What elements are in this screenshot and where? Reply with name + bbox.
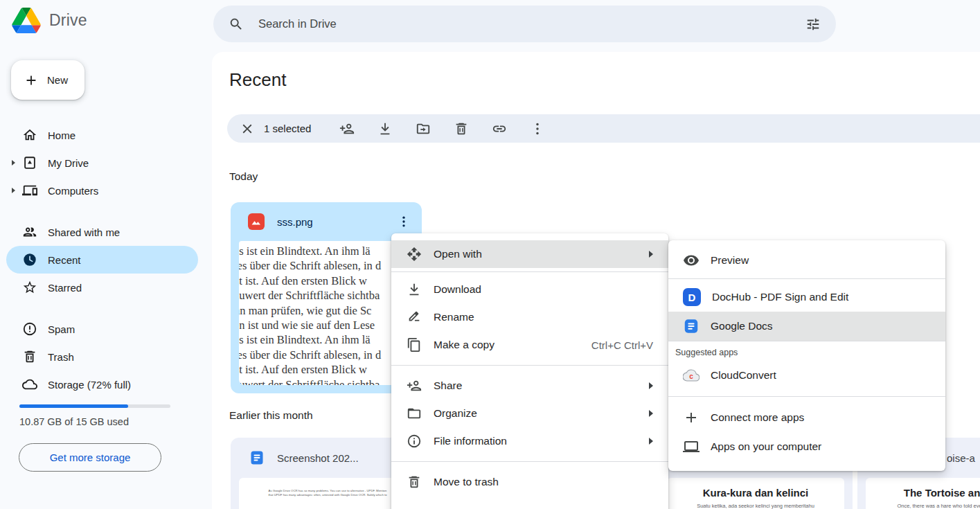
download-button[interactable] [366,115,404,143]
menu-item-download[interactable]: Download [391,276,668,303]
clock-icon [22,252,37,267]
submenu-arrow-icon [649,251,653,258]
submenu-item-cloudconvert[interactable]: c CloudConvert [668,361,945,390]
folder-move-icon [416,121,431,136]
file-thumbnail: es ist ein Blindtext. An ihm lä les über… [239,241,413,385]
app-title: Drive [49,11,87,30]
trash-icon [454,121,469,136]
selected-count: 1 selected [264,123,311,134]
menu-item-organize[interactable]: Organize [391,400,668,427]
shortcut-label: Ctrl+C Ctrl+V [591,339,653,351]
menu-separator [668,278,945,279]
trash-icon [22,349,37,364]
eye-icon [683,252,700,269]
open-with-icon [406,246,422,262]
menu-separator [668,341,945,341]
submenu-item-connect-more-apps[interactable]: Connect more apps [668,403,945,432]
sidebar-item-label: Trash [48,351,74,363]
storage-usage-text: 10.87 GB of 15 GB used [19,416,129,427]
sidebar-item-trash[interactable]: Trash [6,343,198,370]
drive-logo-icon [12,8,41,33]
clear-selection-button[interactable] [235,116,260,141]
menu-separator [391,461,668,462]
sidebar-nav-shared: Shared with me Recent Starred [6,218,198,301]
get-more-storage-button[interactable]: Get more storage [19,443,161,472]
sidebar-item-my-drive[interactable]: My Drive [6,149,198,177]
menu-separator [391,271,668,272]
search-filters-icon[interactable] [805,17,821,32]
expand-chevron-icon[interactable] [12,188,15,193]
rename-pencil-icon [406,309,422,325]
close-icon [240,121,255,136]
sidebar-item-starred[interactable]: Starred [6,274,198,301]
info-icon [406,433,422,449]
link-icon [492,121,507,136]
submenu-arrow-icon [649,438,653,445]
submenu-item-apps-on-your-computer[interactable]: Apps on your computer [668,432,945,461]
more-actions-button[interactable] [518,115,556,143]
sidebar-item-label: Storage (72% full) [48,379,131,391]
kebab-icon [530,121,545,136]
download-icon [377,121,393,136]
copy-icon [406,337,422,353]
menu-item-share[interactable]: Share [391,372,668,400]
file-thumbnail: As Google Drive OCR has so many problems… [239,478,416,509]
open-with-submenu: Preview D DocHub - PDF Sign and Edit Goo… [668,240,945,471]
menu-item-move-to-trash[interactable]: Move to trash [391,468,668,496]
menu-item-open-with[interactable]: Open with [391,240,668,268]
submenu-item-preview[interactable]: Preview [668,246,945,275]
section-today: Today [229,170,258,183]
context-menu: Open with Download Rename Make a copy Ct… [391,233,668,509]
share-button[interactable] [328,115,366,143]
computers-icon [22,183,37,198]
file-kebab-button[interactable] [393,211,415,233]
dochub-icon: D [683,288,701,306]
image-file-icon [247,213,265,231]
sidebar-item-label: Spam [48,323,75,335]
menu-separator [391,365,668,366]
google-drive-app: Drive New Home My Drive Computers Shared… [0,0,980,509]
home-icon [22,127,37,143]
cloudconvert-icon: c [683,367,700,384]
plus-icon [24,73,39,88]
expand-chevron-icon[interactable] [12,160,15,166]
sidebar-item-shared-with-me[interactable]: Shared with me [6,218,198,246]
submenu-arrow-icon [649,382,653,389]
search-icon[interactable] [229,17,244,32]
kebab-icon [397,215,411,229]
sidebar-item-label: Home [48,130,75,141]
new-button-label: New [47,74,68,86]
person-add-icon [406,377,422,394]
star-icon [22,280,37,295]
menu-separator [668,396,945,397]
trash-button[interactable] [442,115,480,143]
sidebar-item-label: Shared with me [48,226,120,238]
search-bar [213,6,836,42]
get-link-button[interactable] [480,115,518,143]
sidebar-nav-system: Spam Trash Storage (72% full) [6,315,198,398]
file-name: sss.png [277,216,313,228]
submenu-item-dochub[interactable]: D DocHub - PDF Sign and Edit [668,283,945,312]
sidebar-item-storage[interactable]: Storage (72% full) [6,370,198,398]
move-button[interactable] [404,115,442,143]
plus-icon [683,409,700,426]
submenu-item-google-docs[interactable]: Google Docs [668,312,945,341]
sidebar-item-recent[interactable]: Recent [6,246,198,274]
sidebar-item-label: My Drive [48,157,89,169]
menu-item-rename[interactable]: Rename [391,303,668,331]
sidebar-item-computers[interactable]: Computers [6,177,198,204]
new-button[interactable]: New [11,60,84,100]
menu-item-file-information[interactable]: File information [391,427,668,455]
sidebar-item-home[interactable]: Home [6,121,198,149]
my-drive-icon [22,155,37,170]
file-thumbnail: The Tortoise and the Once, there was a h… [866,478,980,509]
file-name: Screenshot 202... [277,452,359,464]
search-input[interactable] [257,17,805,31]
menu-item-make-a-copy[interactable]: Make a copy Ctrl+C Ctrl+V [391,331,668,359]
svg-text:c: c [689,373,693,380]
storage-progress-bar [19,404,170,408]
selection-toolbar: 1 selected [227,114,980,143]
sidebar-item-spam[interactable]: Spam [6,315,198,343]
docs-file-icon [249,449,265,466]
storage-progress-fill [19,404,128,408]
